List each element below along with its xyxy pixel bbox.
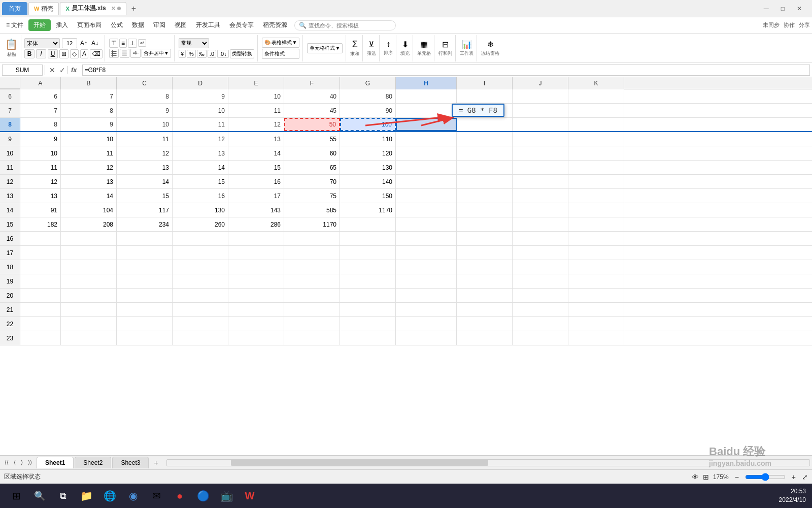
sync-btn[interactable]: 未同步 [763,21,780,29]
cell-g11[interactable]: 130 [340,161,396,174]
sheet-nav-last[interactable]: ⟩⟩ [25,458,35,467]
percent-btn[interactable]: ¥ [179,50,186,58]
sheet-nav-prev[interactable]: ⟨ [11,458,18,467]
cell-f15[interactable]: 1170 [284,217,340,231]
minimize-button[interactable]: ─ [760,4,773,14]
cell-k6[interactable] [568,89,624,103]
cell-h7[interactable] [396,104,457,117]
filter-icon[interactable]: ⊻ [368,40,375,49]
cell-i14[interactable] [457,203,513,217]
cell-j14[interactable] [513,203,568,217]
wrap-text[interactable]: ↵ [138,39,146,47]
rowcol-icon[interactable]: ⊟ [442,40,449,49]
cell-i10[interactable] [457,146,513,160]
cell-g6[interactable]: 80 [340,89,396,103]
cell-c11[interactable]: 13 [117,161,173,174]
cell-h6[interactable] [396,89,457,103]
cell-k12[interactable] [568,175,624,188]
cell-c14[interactable]: 117 [117,203,173,217]
cell-f9[interactable]: 55 [284,132,340,146]
cell-b9[interactable]: 10 [61,132,117,146]
col-header-h[interactable]: H [396,77,457,89]
align-bottom[interactable]: ⊥ [128,39,137,48]
cell-a8[interactable]: 8 [20,118,61,131]
tab-home[interactable]: 首页 [2,2,27,15]
table-style-btn[interactable]: 🎨 表格样式▼ [262,38,300,48]
cell-i12[interactable] [457,175,513,188]
border-btn[interactable]: ⊞ [59,49,69,58]
cancel-btn[interactable]: ✕ [47,66,57,74]
horizontal-scrollbar[interactable] [166,459,810,466]
wps-resource-menu[interactable]: 稻壳资源 [259,19,291,31]
view-menu[interactable]: 视图 [171,19,191,31]
align-center[interactable]: ☰ [120,49,129,58]
cell-i15[interactable] [457,217,513,231]
cell-j10[interactable] [513,146,568,160]
italic-btn[interactable]: I [36,49,46,58]
cell-f11[interactable]: 65 [284,161,340,174]
add-sheet-btn[interactable]: + [150,457,162,469]
merge-cells[interactable]: 合并居中▼ [142,49,171,58]
text-color-btn[interactable]: A [80,49,88,58]
taskview-btn[interactable]: ⧉ [53,486,73,506]
cell-h8[interactable] [396,118,457,131]
erase-btn[interactable]: ⌫ [90,49,103,58]
cell-j13[interactable] [513,189,568,203]
cell-c10[interactable]: 12 [117,146,173,160]
cell-j15[interactable] [513,217,568,231]
grid-container[interactable]: A B C D E F G H I J K 6 6 7 8 9 10 40 [0,77,812,455]
fill-btn[interactable]: ◇ [70,49,79,58]
cell-c15[interactable]: 234 [117,217,173,231]
worksheet-icon[interactable]: 📊 [462,40,472,49]
cell-k9[interactable] [568,132,624,146]
cell-e13[interactable]: 17 [228,189,284,203]
cell-i11[interactable] [457,161,513,174]
cell-b11[interactable]: 12 [61,161,117,174]
cell-d11[interactable]: 14 [173,161,228,174]
cell-g14[interactable]: 1170 [340,203,396,217]
app5-taskbar[interactable]: ● [170,486,190,506]
cell-e11[interactable]: 15 [228,161,284,174]
cell-e6[interactable]: 10 [228,89,284,103]
cell-g8[interactable]: 100 [340,118,396,131]
word-taskbar[interactable]: W [240,486,260,506]
cell-h12[interactable] [396,175,457,188]
confirm-btn[interactable]: ✓ [57,66,67,74]
underline-btn[interactable]: U [48,49,58,58]
sum-icon[interactable]: Σ [352,39,358,50]
start-button[interactable]: ⊞ [6,486,26,506]
col-header-f[interactable]: F [284,77,340,89]
row-header-14[interactable]: 14 [0,203,20,217]
cell-a6[interactable]: 6 [20,89,61,103]
mail-taskbar[interactable]: ✉ [146,486,166,506]
row-header-10[interactable]: 10 [0,146,20,160]
cell-ref-input[interactable] [2,65,43,76]
formula-input[interactable] [82,65,810,76]
row-header-7[interactable]: 7 [0,104,20,117]
cell-i7[interactable] [457,104,513,117]
cell-b8[interactable]: 9 [61,118,117,131]
formula-menu[interactable]: 公式 [107,19,127,31]
decimal-up[interactable]: .0 [208,50,216,58]
member-menu[interactable]: 会员专享 [225,19,258,31]
cell-c13[interactable]: 15 [117,189,173,203]
close-button[interactable]: ✕ [793,4,806,13]
tab-wps[interactable]: W 稻壳 [28,2,59,15]
cell-a15[interactable]: 182 [20,217,61,231]
fx-btn[interactable]: fx [67,66,80,74]
align-top[interactable]: ⊤ [109,39,118,48]
cell-j9[interactable] [513,132,568,146]
collab-btn[interactable]: 协作 [784,21,795,29]
row-header-12[interactable]: 12 [0,175,20,188]
tab-excel[interactable]: X 员工休温.xls ✕ [60,2,126,15]
cell-a10[interactable]: 10 [20,146,61,160]
explorer-taskbar[interactable]: 📁 [76,486,96,506]
cell-j8[interactable] [513,118,568,131]
browser-taskbar[interactable]: 🌐 [99,486,120,506]
layout-menu[interactable]: 页面布局 [73,19,106,31]
cell-d12[interactable]: 15 [173,175,228,188]
fullscreen-btn[interactable]: ⤢ [802,473,808,481]
cell-d13[interactable]: 16 [173,189,228,203]
font-select[interactable]: 宋体 [24,38,60,48]
cell-c12[interactable]: 14 [117,175,173,188]
